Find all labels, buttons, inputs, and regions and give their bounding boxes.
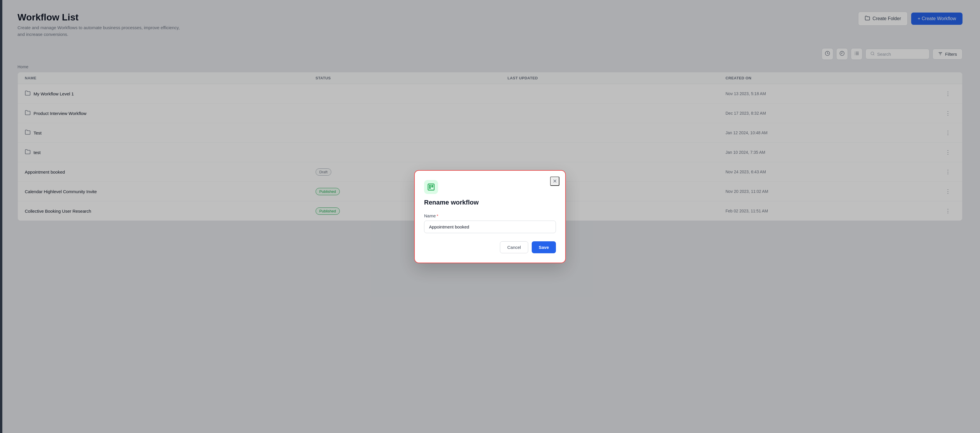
modal-overlay[interactable]: ✕ Rename workflow Name* Cancel Save [0,0,980,433]
svg-rect-14 [430,185,431,188]
required-indicator: * [437,213,438,218]
modal-close-button[interactable]: ✕ [550,177,559,186]
workflow-name-input[interactable] [424,221,556,233]
modal-title: Rename workflow [424,199,556,206]
rename-workflow-modal: ✕ Rename workflow Name* Cancel Save [414,170,566,263]
svg-rect-13 [428,184,434,190]
modal-actions: Cancel Save [424,241,556,253]
save-button[interactable]: Save [532,241,556,253]
modal-name-label: Name* [424,213,556,218]
modal-icon [424,180,438,194]
cancel-button[interactable]: Cancel [500,241,528,253]
svg-rect-15 [432,185,433,187]
